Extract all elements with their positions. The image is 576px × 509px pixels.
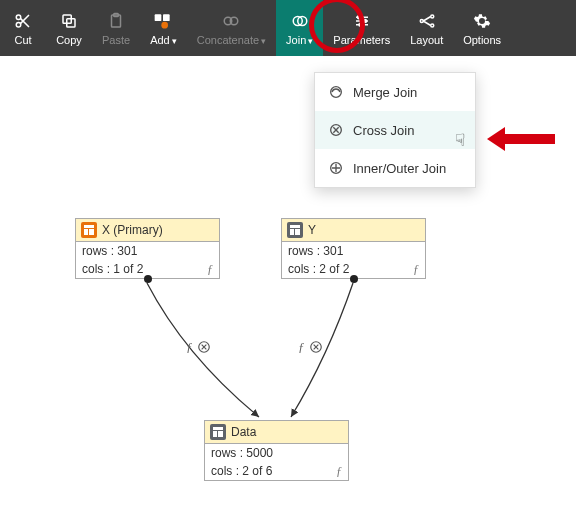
toolbar: Cut Copy Paste Add▾ Concatenate▾ Join▾ P… [0,0,576,56]
concatenate-label: Concatenate▾ [197,34,266,46]
edge-label: ƒ [298,339,323,355]
svg-point-22 [198,342,209,353]
svg-rect-25 [84,229,88,235]
svg-rect-7 [163,14,170,21]
join-button[interactable]: Join▾ [276,0,323,56]
node-title: Y [308,223,316,237]
node-x[interactable]: X (Primary) rows : 301 cols : 1 of 2ƒ [75,218,220,279]
concatenate-icon [220,10,242,32]
gear-icon [471,10,493,32]
paste-icon [105,10,127,32]
cross-join-icon [327,121,345,139]
node-output-port[interactable] [350,275,358,283]
svg-rect-27 [290,225,300,228]
cross-join-icon [309,340,323,354]
svg-point-8 [162,22,169,29]
cut-icon [12,10,34,32]
function-icon: ƒ [207,262,213,277]
node-data[interactable]: Data rows : 5000 cols : 2 of 6ƒ [204,420,349,481]
layout-button[interactable]: Layout [400,0,453,56]
svg-point-17 [430,15,433,18]
svg-point-15 [359,23,362,26]
edge-label: ƒ [186,339,211,355]
function-icon: ƒ [186,339,193,355]
node-cols: cols : 2 of 6ƒ [205,462,348,480]
join-icon [289,10,311,32]
table-icon [210,424,226,440]
table-icon [81,222,97,238]
options-label: Options [463,34,501,46]
menu-item-label: Merge Join [353,85,417,100]
cross-join-icon [197,340,211,354]
join-dropdown: Merge Join Cross Join Inner/Outer Join [314,72,476,188]
menu-item-label: Inner/Outer Join [353,161,446,176]
inner-outer-join-icon [327,159,345,177]
node-rows: rows : 5000 [205,444,348,462]
menu-item-inner-outer-join[interactable]: Inner/Outer Join [315,149,475,187]
copy-button[interactable]: Copy [46,0,92,56]
node-header: X (Primary) [76,219,219,242]
svg-rect-26 [89,229,94,235]
copy-icon [58,10,80,32]
cut-label: Cut [14,34,31,46]
node-title: Data [231,425,256,439]
svg-point-13 [357,16,360,19]
node-header: Data [205,421,348,444]
options-button[interactable]: Options [453,0,511,56]
node-output-port[interactable] [144,275,152,283]
node-header: Y [282,219,425,242]
menu-item-cross-join[interactable]: Cross Join [315,111,475,149]
layout-icon [416,10,438,32]
menu-item-merge-join[interactable]: Merge Join [315,73,475,111]
svg-rect-24 [84,225,94,228]
layout-label: Layout [410,34,443,46]
node-title: X (Primary) [102,223,163,237]
svg-rect-28 [290,229,294,235]
svg-rect-30 [213,427,223,430]
node-rows: rows : 301 [76,242,219,260]
paste-label: Paste [102,34,130,46]
add-icon [152,10,174,32]
node-rows: rows : 301 [282,242,425,260]
add-label: Add▾ [150,34,177,46]
copy-label: Copy [56,34,82,46]
parameters-label: Parameters [333,34,390,46]
function-icon: ƒ [298,339,305,355]
table-icon [287,222,303,238]
svg-point-14 [363,20,366,23]
svg-rect-32 [218,431,223,437]
svg-rect-31 [213,431,217,437]
merge-join-icon [327,83,345,101]
join-label: Join▾ [286,34,313,46]
cut-button[interactable]: Cut [0,0,46,56]
svg-point-23 [310,342,321,353]
add-button[interactable]: Add▾ [140,0,187,56]
paste-button: Paste [92,0,140,56]
graph-canvas[interactable]: ƒ ƒ X (Primary) rows : 301 cols : 1 of 2… [0,56,576,509]
node-y[interactable]: Y rows : 301 cols : 2 of 2ƒ [281,218,426,279]
parameters-icon [351,10,373,32]
svg-point-16 [420,20,423,23]
svg-rect-29 [295,229,300,235]
svg-point-18 [430,24,433,27]
arrow-annotation [487,127,555,151]
function-icon: ƒ [336,464,342,479]
parameters-button[interactable]: Parameters [323,0,400,56]
svg-rect-6 [155,14,162,21]
menu-item-label: Cross Join [353,123,414,138]
function-icon: ƒ [413,262,419,277]
concatenate-button: Concatenate▾ [187,0,276,56]
